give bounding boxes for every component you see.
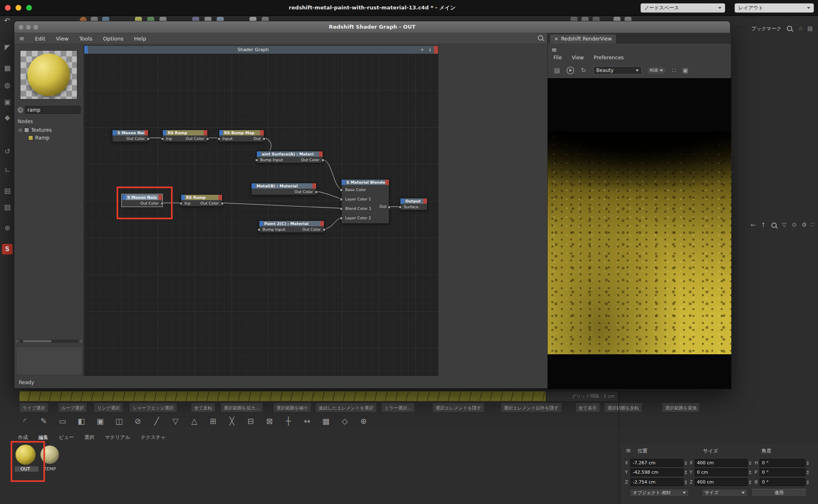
stepper[interactable] [684,468,688,476]
refresh-icon[interactable]: ↻ [581,67,586,74]
stepper[interactable] [806,478,810,486]
input-socket[interactable] [340,207,343,210]
button-sharp-edge-selection[interactable]: シャープエッジ選択 [129,403,177,412]
tree-expander-icon[interactable]: ⊟ [18,128,22,133]
move-icon[interactable]: + [420,47,424,52]
modeling-tool-icon[interactable]: ⊟ [244,414,258,428]
modeling-tool-icon[interactable]: ◜ [18,414,32,428]
output-socket[interactable] [263,137,265,140]
stepper[interactable] [748,468,752,476]
maximize-window-button[interactable] [33,25,38,30]
node-search-input[interactable]: ramp [25,106,81,114]
modeling-tool-icon[interactable]: ⊞ [206,414,220,428]
stepper[interactable] [684,459,688,467]
output-socket[interactable] [221,202,224,205]
menu-help[interactable]: Help [134,36,146,42]
modeling-tool-icon[interactable]: ⊠ [263,414,276,428]
modeling-tool-icon[interactable]: ↔ [300,414,314,428]
hatch-tool-icon[interactable]: ▤ [1,185,13,196]
nodespace-dropdown[interactable]: ノードスペース [640,3,725,13]
modeling-tool-icon[interactable]: ▭ [56,414,70,428]
render-play-icon[interactable] [566,67,574,74]
menu-create[interactable]: 作成 [18,434,28,441]
substance-logo-icon[interactable]: S [2,244,13,254]
modeling-tool-icon[interactable]: ⊕ [357,414,371,428]
tab-redshift-renderview[interactable]: × Redshift RenderView [550,34,616,43]
checker-tool-icon[interactable]: ▨ [1,201,13,213]
size-x-field[interactable]: 400 cm [694,459,748,467]
output-socket[interactable] [315,191,318,194]
search-icon[interactable] [771,223,777,229]
pixel-grid-icon[interactable]: ∷ [672,67,676,74]
menu-preferences[interactable]: Preferences [594,54,624,61]
button-convert-selection[interactable]: 選択範囲を変換 [662,403,700,412]
list-icon[interactable]: ▤ [807,25,813,32]
output-socket[interactable] [323,228,326,231]
gem-tool-icon[interactable]: ◆ [1,112,13,123]
gear-icon[interactable]: ⚙ [802,221,807,228]
angle-p-field[interactable]: 0 ° [760,468,805,476]
input-socket[interactable] [399,206,402,209]
size-y-field[interactable]: 0 cm [694,468,748,476]
node-wire[interactable] [323,160,341,189]
modeling-tool-icon[interactable]: ◫ [112,414,126,428]
menu-view[interactable]: View [56,36,69,42]
angle-h-field[interactable]: 0 ° [760,459,805,467]
input-socket[interactable] [340,189,343,191]
node-rs-ramp-2[interactable]: RS Ramp InpOut Color [181,194,222,207]
scroll-right-icon[interactable]: › [80,338,82,344]
render-canvas[interactable] [548,78,731,389]
node-wire[interactable] [222,203,341,208]
deform-tool-icon[interactable]: ↺ [1,146,13,157]
bookmark-label[interactable]: ブックマーク [751,25,781,32]
search-icon[interactable] [538,35,543,42]
size-z-field[interactable]: 400 cm [694,478,748,486]
minimize-window-button[interactable] [16,5,21,11]
node-paint-surface-a[interactable]: aint Surface(A) : Materi Bump InputOut C… [256,151,323,163]
modeling-tool-icon[interactable]: ⊘ [131,414,145,428]
hamburger-icon[interactable]: ≡ [626,447,631,454]
undo-icon[interactable]: ↶ [4,16,10,25]
input-socket[interactable] [340,198,343,201]
modeling-tool-icon[interactable]: ◇ [338,414,352,428]
select-tool-icon[interactable]: ◤ [1,41,13,53]
apply-button[interactable]: 適用 [751,489,807,497]
stepper[interactable] [748,478,752,486]
panel-horizontal-scrollbar[interactable]: ‹ › [16,339,82,344]
modeling-tool-icon[interactable]: ╳ [225,414,239,428]
graph-header[interactable]: Shader Graph + ↓ [84,46,438,54]
input-socket[interactable] [258,228,261,231]
angle-b-field[interactable]: 0 ° [760,478,805,486]
position-z-field[interactable]: -2.754 cm [630,478,683,486]
input-socket[interactable] [255,159,258,162]
output-socket[interactable] [321,159,324,162]
back-arrow-icon[interactable]: ← [751,221,756,229]
node-metal-b[interactable]: Metal(B) : Material Out Color [251,183,317,195]
node-wire[interactable] [317,191,341,199]
button-loop-selection[interactable]: ループ選択 [58,403,88,412]
button-grow-selection[interactable]: 選択範囲を拡大... [220,403,263,412]
modeling-tool-icon[interactable]: ▽ [169,414,182,428]
render-pass-dropdown[interactable]: Beauty [593,66,642,74]
timeline-ruler[interactable] [19,391,546,401]
paint-tool-icon[interactable]: ⊕ [1,222,13,234]
button-hide-unselected[interactable]: 選択エレメント以外を隠す [501,403,562,412]
button-select-connected[interactable]: 連続したエレメントを選択 [315,403,377,412]
menu-edit[interactable]: 編集 [38,434,48,441]
tree-item-textures[interactable]: ⊟ Textures [18,127,52,133]
menu-tools[interactable]: Tools [79,36,92,42]
output-socket[interactable] [147,137,150,140]
up-arrow-icon[interactable]: ↑ [761,221,766,229]
modeling-tool-icon[interactable]: ▦ [319,414,333,428]
tree-item-ramp[interactable]: Ramp [28,135,49,141]
maximize-window-button[interactable] [26,5,32,11]
hamburger-icon[interactable]: ≡ [551,46,557,54]
position-x-field[interactable]: -7.267 cm [630,459,683,467]
close-window-button[interactable] [5,5,11,11]
node-rs-bump-map[interactable]: RS Bump Map InputOut [219,130,264,142]
grid-icon[interactable]: ∷ [811,221,814,228]
hamburger-icon[interactable]: ≡ [19,35,25,42]
scrollbar-thumb[interactable] [23,340,52,342]
node-paint-2-c[interactable]: Paint 2(C) : Material Bump InputOut Colo… [259,220,324,233]
clear-search-icon[interactable]: × [18,107,23,113]
